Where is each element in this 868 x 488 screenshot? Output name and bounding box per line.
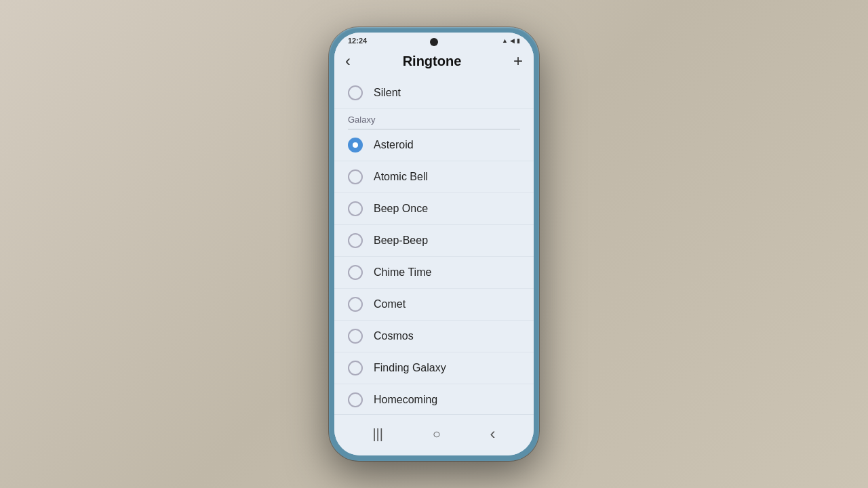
item-label: Comet (374, 298, 406, 310)
list-item[interactable]: Homecoming (334, 384, 534, 414)
radio-atomic-bell[interactable] (348, 169, 363, 184)
nav-bar: ||| ○ ‹ (334, 414, 534, 455)
radio-comet[interactable] (348, 297, 363, 312)
status-bar: 12:24 ▲ ◀ ▮ (334, 33, 534, 46)
phone: 12:24 ▲ ◀ ▮ ‹ Ringtone + Silent Gala (329, 27, 539, 461)
nav-menu-icon[interactable]: ||| (361, 424, 394, 445)
list-item[interactable]: Silent (334, 77, 534, 109)
list-item[interactable]: Beep Once (334, 193, 534, 225)
radio-silent[interactable] (348, 85, 363, 100)
nav-home-icon[interactable]: ○ (422, 424, 452, 445)
radio-finding-galaxy[interactable] (348, 361, 363, 375)
status-icons: ▲ ◀ ▮ (502, 37, 520, 44)
item-label-silent: Silent (374, 87, 401, 99)
list-item[interactable]: Finding Galaxy (334, 352, 534, 384)
list-item[interactable]: Chime Time (334, 257, 534, 289)
camera-notch (430, 38, 438, 46)
status-time: 12:24 (348, 37, 367, 45)
list-item[interactable]: Comet (334, 289, 534, 321)
item-label: Beep Once (374, 203, 428, 215)
list-item[interactable]: Cosmos (334, 321, 534, 352)
item-label: Atomic Bell (374, 171, 428, 183)
radio-chime-time[interactable] (348, 265, 363, 280)
wifi-icon: ◀ (510, 37, 515, 44)
section-header-galaxy: Galaxy (334, 109, 534, 129)
list-item[interactable]: Asteroid (334, 129, 534, 161)
radio-cosmos[interactable] (348, 329, 363, 344)
item-label: Asteroid (374, 139, 414, 151)
top-bar: ‹ Ringtone + (334, 46, 534, 77)
radio-beep-beep[interactable] (348, 233, 363, 248)
list-item[interactable]: Beep-Beep (334, 225, 534, 257)
nav-back-icon[interactable]: ‹ (479, 422, 507, 446)
add-button[interactable]: + (513, 52, 523, 70)
radio-homecoming[interactable] (348, 392, 363, 407)
list-item[interactable]: Atomic Bell (334, 161, 534, 193)
page-title: Ringtone (403, 54, 462, 69)
item-label: Chime Time (374, 266, 431, 279)
item-label: Homecoming (374, 394, 437, 406)
back-button[interactable]: ‹ (345, 52, 351, 70)
screen: 12:24 ▲ ◀ ▮ ‹ Ringtone + Silent Gala (334, 33, 534, 455)
radio-asteroid[interactable] (348, 138, 363, 152)
item-label: Finding Galaxy (374, 362, 446, 374)
signal-icon: ▲ (502, 37, 508, 44)
radio-beep-once[interactable] (348, 201, 363, 216)
back-icon: ‹ (345, 52, 351, 70)
item-label: Cosmos (374, 330, 414, 342)
item-label: Beep-Beep (374, 235, 428, 247)
ringtone-list: Silent Galaxy Asteroid Atomic Bell Beep … (334, 77, 534, 414)
battery-icon: ▮ (517, 37, 520, 44)
